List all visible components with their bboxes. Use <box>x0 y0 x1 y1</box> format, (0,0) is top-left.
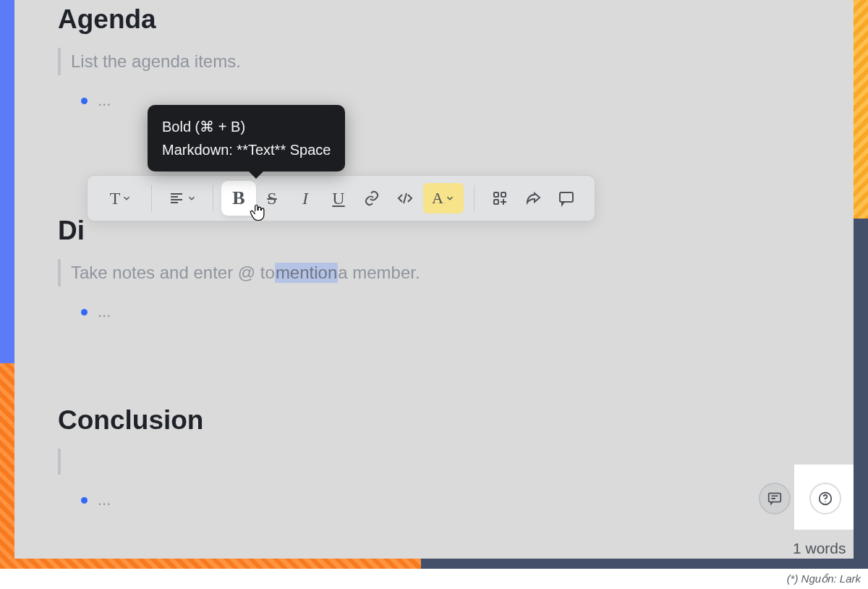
comments-icon <box>767 491 783 507</box>
italic-button[interactable]: I <box>290 183 320 213</box>
toolbar-separator <box>151 185 152 211</box>
placeholder-discussion-post: a member. <box>338 263 420 283</box>
underline-label: U <box>332 189 344 208</box>
question-icon <box>817 491 833 507</box>
document-editor-surface[interactable]: Agenda List the agenda items. ... Di Tak… <box>14 0 854 559</box>
comment-icon <box>558 190 575 207</box>
textcolor-label: A <box>432 189 443 208</box>
italic-label: I <box>302 189 308 208</box>
chevron-down-icon <box>122 193 132 203</box>
svg-rect-5 <box>494 200 498 204</box>
selected-text-mention: mention <box>275 263 338 283</box>
link-button[interactable] <box>357 183 387 213</box>
bullet-discussion[interactable]: ... <box>81 302 810 321</box>
text-style-label: T <box>110 189 121 208</box>
chevron-down-icon <box>187 193 197 203</box>
comments-panel-button[interactable] <box>759 483 791 514</box>
placeholder-agenda[interactable]: List the agenda items. <box>58 48 810 75</box>
heading-conclusion[interactable]: Conclusion <box>58 401 810 436</box>
bullet-conclusion-text: ... <box>98 491 111 509</box>
share-arrow-icon <box>524 190 542 207</box>
bullet-conclusion[interactable]: ... <box>81 491 810 509</box>
text-style-dropdown[interactable]: T <box>101 183 141 213</box>
code-icon <box>396 190 414 207</box>
svg-rect-6 <box>560 192 573 202</box>
svg-rect-4 <box>501 192 506 197</box>
bold-button[interactable]: B <box>224 183 254 213</box>
placeholder-conclusion[interactable] <box>58 449 810 475</box>
bullet-agenda-text: ... <box>98 91 111 110</box>
bullet-dot-icon <box>81 98 88 104</box>
chevron-down-icon <box>445 193 455 203</box>
text-color-dropdown[interactable]: A <box>423 183 464 213</box>
code-button[interactable] <box>390 183 420 213</box>
strikethrough-button[interactable]: S <box>257 183 287 213</box>
heading-agenda[interactable]: Agenda <box>58 0 810 35</box>
link-icon <box>363 190 380 207</box>
blocks-grid-icon <box>491 190 509 207</box>
svg-rect-0 <box>769 493 781 502</box>
bold-tooltip: Bold (⌘ + B) Markdown: **Text** Space <box>148 105 345 171</box>
align-dropdown[interactable] <box>162 183 203 213</box>
source-credit: (*) Nguồn: Lark <box>0 572 861 585</box>
help-button[interactable] <box>809 483 841 514</box>
toolbar-separator <box>213 185 213 211</box>
svg-rect-3 <box>494 192 498 197</box>
bullet-dot-icon <box>81 497 88 504</box>
tooltip-line1: Bold (⌘ + B) <box>162 115 331 138</box>
tooltip-line2: Markdown: **Text** Space <box>162 138 331 161</box>
toolbar-separator <box>474 185 475 211</box>
bullet-discussion-text: ... <box>98 302 111 321</box>
placeholder-discussion-pre: Take notes and enter @ to <box>71 263 275 283</box>
comment-button[interactable] <box>551 183 582 213</box>
underline-button[interactable]: U <box>323 183 354 213</box>
bullet-dot-icon <box>81 309 88 315</box>
align-left-icon <box>168 190 185 207</box>
word-count: 1 words <box>793 540 846 557</box>
insert-block-button[interactable] <box>485 183 515 213</box>
placeholder-discussion[interactable]: Take notes and enter @ to mention a memb… <box>58 259 810 287</box>
placeholder-agenda-text: List the agenda items. <box>71 51 241 72</box>
svg-point-2 <box>825 501 825 502</box>
strike-label: S <box>267 189 276 208</box>
share-button[interactable] <box>518 183 548 213</box>
formatting-toolbar: T B S I U <box>87 175 595 221</box>
bold-label: B <box>232 187 244 209</box>
